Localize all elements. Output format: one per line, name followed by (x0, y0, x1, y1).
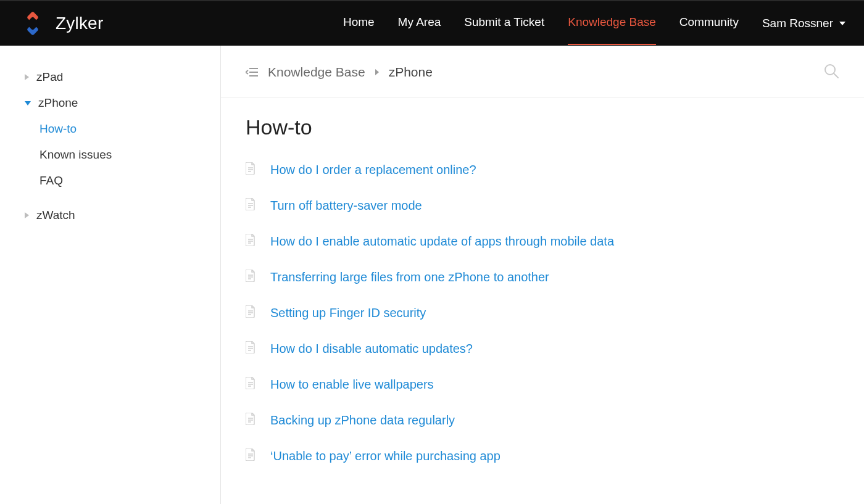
nav-my-area[interactable]: My Area (398, 15, 441, 31)
nav-submit-ticket[interactable]: Submit a Ticket (464, 15, 544, 31)
article-link[interactable]: How do I disable automatic updates? (270, 342, 473, 356)
sidebar-item-label: FAQ (39, 174, 63, 188)
sidebar-item-label: Known issues (39, 148, 112, 162)
sidebar-toggle-icon[interactable] (246, 67, 258, 77)
article-link[interactable]: How do I order a replacement online? (270, 163, 476, 177)
header-bar: Zylker Home My Area Submit a Ticket Know… (0, 0, 864, 46)
sidebar-item-label: How-to (39, 122, 77, 136)
breadcrumb-bar: Knowledge Base zPhone (221, 46, 864, 98)
sidebar-sub-how-to[interactable]: How-to (0, 116, 220, 142)
sidebar-item-zpad[interactable]: zPad (0, 64, 220, 90)
sidebar-item-label: zPad (36, 70, 63, 84)
article-link[interactable]: How to enable live wallpapers (270, 378, 434, 392)
nav-community[interactable]: Community (679, 15, 739, 31)
sidebar-item-zwatch[interactable]: zWatch (0, 202, 220, 228)
article-link[interactable]: Setting up Finger ID security (270, 306, 426, 320)
document-icon (246, 270, 255, 284)
article-item[interactable]: Transferring large files from one zPhone… (246, 259, 839, 295)
sidebar-sub-known-issues[interactable]: Known issues (0, 142, 220, 168)
user-menu[interactable]: Sam Rossner (762, 17, 845, 30)
search-icon[interactable] (823, 63, 839, 81)
chevron-down-icon (839, 22, 845, 25)
chevron-right-icon (25, 212, 29, 218)
nav-knowledge-base[interactable]: Knowledge Base (568, 15, 656, 31)
article-link[interactable]: Turn off battery-saver mode (270, 199, 422, 213)
brand-name: Zylker (56, 14, 103, 33)
chevron-right-icon (25, 74, 29, 80)
page-title: How-to (221, 98, 864, 146)
user-name: Sam Rossner (762, 17, 833, 30)
article-item[interactable]: How to enable live wallpapers (246, 366, 839, 402)
sidebar-item-label: zPhone (38, 96, 78, 110)
brand-mark-icon (19, 9, 47, 38)
nav-home[interactable]: Home (343, 15, 375, 31)
article-item[interactable]: Turn off battery-saver mode (246, 188, 839, 223)
chevron-right-icon (375, 69, 379, 75)
article-link[interactable]: Transferring large files from one zPhone… (270, 270, 549, 284)
article-item[interactable]: Setting up Finger ID security (246, 295, 839, 331)
document-icon (246, 413, 255, 428)
svg-line-7 (834, 73, 838, 78)
article-link[interactable]: Backing up zPhone data regularly (270, 413, 455, 428)
article-item[interactable]: ‘Unable to pay’ error while purchasing a… (246, 438, 839, 474)
document-icon (246, 341, 255, 356)
document-icon (246, 448, 255, 463)
document-icon (246, 377, 255, 392)
breadcrumb-root[interactable]: Knowledge Base (268, 65, 365, 80)
sidebar-item-zphone[interactable]: zPhone (0, 90, 220, 116)
article-item[interactable]: How do I enable automatic update of apps… (246, 223, 839, 259)
document-icon (246, 234, 255, 249)
main-content: Knowledge Base zPhone How-to How do I or… (221, 46, 864, 504)
main-nav: Home My Area Submit a Ticket Knowledge B… (343, 15, 845, 31)
article-item[interactable]: How do I order a replacement online? (246, 152, 839, 188)
document-icon (246, 305, 255, 320)
breadcrumb-current[interactable]: zPhone (389, 65, 433, 80)
chevron-down-icon (25, 101, 31, 105)
sidebar-sub-faq[interactable]: FAQ (0, 168, 220, 194)
article-link[interactable]: How do I enable automatic update of apps… (270, 234, 614, 249)
document-icon (246, 162, 255, 177)
sidebar: zPad zPhone How-to Known issues FAQ zWat… (0, 46, 221, 504)
sidebar-item-label: zWatch (36, 209, 75, 222)
article-link[interactable]: ‘Unable to pay’ error while purchasing a… (270, 449, 501, 463)
svg-rect-2 (26, 17, 40, 31)
brand-logo[interactable]: Zylker (19, 9, 103, 38)
article-list: How do I order a replacement online? Tur… (221, 146, 864, 498)
article-item[interactable]: How do I disable automatic updates? (246, 331, 839, 366)
article-item[interactable]: Backing up zPhone data regularly (246, 402, 839, 438)
document-icon (246, 198, 255, 213)
